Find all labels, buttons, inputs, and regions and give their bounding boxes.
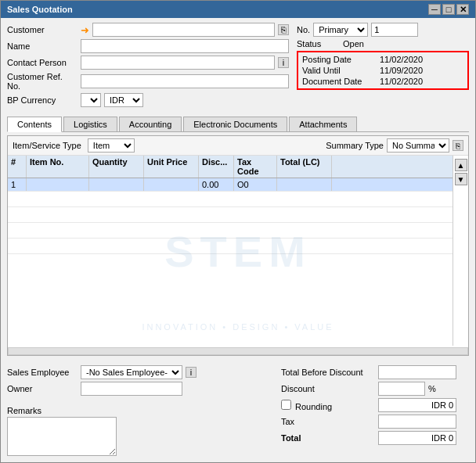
cell-quantity[interactable] [89, 178, 144, 191]
no-label: No. [297, 25, 310, 34]
pct-symbol: % [428, 384, 436, 393]
col-tax-code: Tax Code [234, 156, 277, 178]
sales-employee-info-icon[interactable]: i [186, 367, 197, 378]
row-up-button[interactable]: ▲ [455, 159, 467, 171]
grid-main: # Item No. Quantity Unit Price Disc... T… [8, 156, 453, 346]
currency-code-dropdown[interactable]: IDR [104, 93, 143, 107]
customer-label: Customer [7, 25, 78, 34]
col-hash: # [8, 156, 27, 178]
posting-date-row: Posting Date 11/02/2020 [302, 55, 463, 64]
discount-input[interactable] [378, 382, 425, 396]
tax-label: Tax [281, 417, 375, 426]
bottom-right: Total Before Discount Discount % Roundin… [281, 365, 469, 458]
bp-currency-label: BP Currency [7, 95, 78, 105]
tabs-section: Contents Logistics Accounting Electronic… [7, 117, 469, 132]
cell-unit-price[interactable] [144, 178, 199, 191]
valid-until-row: Valid Until 11/09/2020 [302, 66, 463, 75]
row-down-button[interactable]: ▼ [455, 173, 467, 185]
remarks-section: Remarks [7, 403, 273, 458]
info-symbol: ⎘ [281, 25, 287, 34]
tab-accounting[interactable]: Accounting [119, 117, 182, 131]
main-window: Sales Quotation ─ □ ✕ Customer ➜ [0, 0, 476, 463]
col-quantity: Quantity [89, 156, 144, 178]
valid-until-value: 11/09/2020 [380, 66, 423, 75]
total-row: Total [281, 431, 469, 445]
contact-person-input[interactable] [81, 56, 275, 70]
item-service-type-dropdown[interactable]: Item [88, 138, 135, 153]
remarks-input[interactable] [7, 417, 117, 456]
table-section: Item/Service Type Item Summary Type No S… [7, 135, 469, 356]
table-link-icon[interactable]: ⎘ [453, 140, 463, 151]
toolbar-right: Summary Type No Summary ⎘ [326, 138, 463, 153]
no-row: No. Primary [297, 23, 469, 37]
close-icon: ✕ [460, 5, 467, 15]
posting-date-value: 11/02/2020 [380, 55, 423, 64]
minimize-button[interactable]: ─ [428, 4, 441, 15]
name-row: Name [7, 39, 289, 53]
discount-label: Discount [281, 384, 375, 393]
total-before-discount-input[interactable] [378, 365, 456, 379]
tab-attachments[interactable]: Attachments [289, 117, 357, 131]
valid-until-label: Valid Until [302, 66, 377, 75]
close-button[interactable]: ✕ [456, 4, 469, 15]
status-row: Status Open [297, 39, 469, 48]
total-input[interactable] [378, 431, 456, 445]
title-bar: Sales Quotation ─ □ ✕ [1, 1, 475, 18]
discount-row: Discount % [281, 382, 469, 396]
bottom-left: Sales Employee -No Sales Employee- i Own… [7, 365, 273, 458]
customer-arrow-icon[interactable]: ➜ [81, 24, 89, 36]
table-row [8, 223, 453, 239]
col-total: Total (LC) [277, 156, 332, 178]
right-fields: No. Primary Status Open Posting Date 11/… [297, 23, 469, 107]
dates-box: Posting Date 11/02/2020 Valid Until 11/0… [297, 51, 469, 90]
rounding-label: Rounding [281, 400, 375, 411]
summary-type-dropdown[interactable]: No Summary [387, 138, 449, 153]
maximize-icon: □ [446, 5, 452, 14]
total-before-discount-row: Total Before Discount [281, 365, 469, 379]
customer-ref-input[interactable] [81, 74, 289, 88]
horizontal-scrollbar[interactable] [8, 347, 468, 355]
customer-input[interactable] [92, 23, 275, 37]
remarks-label: Remarks [7, 406, 273, 415]
contact-person-label: Contact Person [7, 58, 78, 67]
sales-employee-label: Sales Employee [7, 368, 78, 377]
rounding-input[interactable] [378, 398, 456, 412]
bottom-section: Sales Employee -No Sales Employee- i Own… [7, 362, 469, 458]
table-toolbar: Item/Service Type Item Summary Type No S… [8, 136, 468, 156]
owner-row: Owner [7, 382, 273, 396]
tax-row: Tax [281, 415, 469, 429]
cell-disc[interactable]: 0.00 [199, 178, 234, 191]
grid-table-wrap: # Item No. Quantity Unit Price Disc... T… [8, 156, 468, 346]
summary-type-label: Summary Type [326, 141, 384, 150]
name-input[interactable] [81, 39, 289, 53]
cell-total[interactable] [277, 178, 332, 191]
cell-itemno[interactable] [27, 178, 89, 191]
posting-date-label: Posting Date [302, 55, 377, 64]
sales-employee-dropdown[interactable]: -No Sales Employee- [81, 365, 182, 379]
primary-dropdown[interactable]: Primary [313, 23, 368, 37]
table-row[interactable]: 1 0.00 O0 [8, 178, 453, 192]
grid-header: # Item No. Quantity Unit Price Disc... T… [8, 156, 453, 178]
rounding-checkbox[interactable] [281, 400, 291, 410]
left-fields: Customer ➜ ⎘ Name Contact Person i [7, 23, 289, 107]
no-input[interactable] [371, 23, 418, 37]
tax-input[interactable] [378, 415, 456, 429]
info-symbol-2: i [283, 58, 284, 67]
contact-info-icon[interactable]: i [278, 57, 289, 68]
customer-row: Customer ➜ ⎘ [7, 23, 289, 37]
owner-input[interactable] [81, 382, 182, 396]
bp-currency-dropdown[interactable] [81, 93, 101, 107]
tab-electronic-documents[interactable]: Electronic Documents [183, 117, 287, 131]
info-icon-symbol: i [190, 368, 192, 377]
sales-employee-row: Sales Employee -No Sales Employee- i [7, 365, 273, 379]
tab-logistics[interactable]: Logistics [63, 117, 117, 131]
customer-info-icon[interactable]: ⎘ [278, 24, 289, 35]
table-row [8, 239, 453, 254]
cell-tax-code[interactable]: O0 [234, 178, 277, 191]
status-label: Status [297, 39, 340, 48]
tab-contents[interactable]: Contents [7, 117, 62, 132]
table-row [8, 207, 453, 223]
document-date-label: Document Date [302, 77, 377, 86]
maximize-button[interactable]: □ [442, 4, 455, 15]
cell-hash: 1 [8, 178, 27, 191]
